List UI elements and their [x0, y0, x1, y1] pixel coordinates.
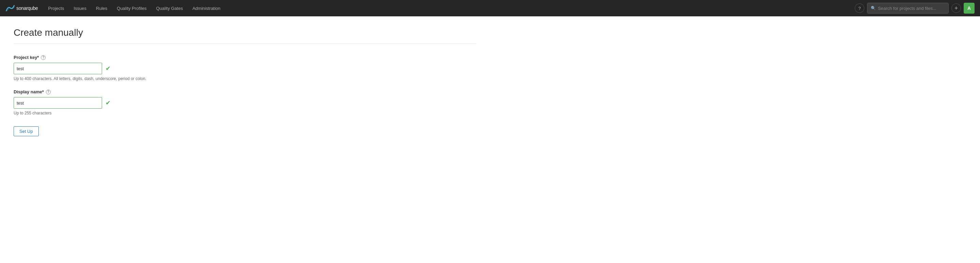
nav-projects[interactable]: Projects — [43, 0, 69, 16]
project-key-valid-icon: ✔︎ — [105, 65, 111, 72]
display-name-valid-icon: ✔︎ — [105, 99, 111, 107]
nav-links: Projects Issues Rules Quality Profiles Q… — [43, 0, 855, 16]
project-key-hint: Up to 400 characters. All letters, digit… — [14, 76, 218, 81]
nav-issues[interactable]: Issues — [69, 0, 91, 16]
search-input[interactable] — [878, 6, 945, 11]
display-name-label-text: Display name* — [14, 89, 44, 94]
display-name-input-row: ✔︎ — [14, 97, 218, 109]
nav-administration[interactable]: Administration — [188, 0, 225, 16]
search-icon: 🔍 — [871, 6, 876, 11]
form-section: Project key* ? ✔︎ Up to 400 characters. … — [14, 55, 218, 136]
logo-text: sonarqube — [16, 5, 38, 11]
sonarqube-logo-icon — [5, 5, 15, 11]
display-name-group: Display name* ? ✔︎ Up to 255 characters — [14, 89, 218, 115]
page-title: Create manually — [14, 27, 476, 38]
project-key-input[interactable] — [14, 63, 102, 74]
brand: sonarqube — [5, 5, 38, 11]
nav-quality-profiles[interactable]: Quality Profiles — [112, 0, 151, 16]
display-name-hint: Up to 255 characters — [14, 111, 218, 115]
project-key-label: Project key* ? — [14, 55, 218, 60]
project-key-label-text: Project key* — [14, 55, 39, 60]
project-key-group: Project key* ? ✔︎ Up to 400 characters. … — [14, 55, 218, 81]
add-button[interactable]: + — [951, 3, 961, 13]
search-box[interactable]: 🔍 — [867, 3, 949, 14]
nav-rules[interactable]: Rules — [91, 0, 112, 16]
display-name-help-icon[interactable]: ? — [46, 89, 51, 94]
help-button[interactable]: ? — [855, 3, 864, 13]
project-key-input-row: ✔︎ — [14, 63, 218, 74]
project-key-help-icon[interactable]: ? — [41, 55, 46, 60]
avatar-button[interactable]: A — [964, 3, 975, 14]
navbar: sonarqube Projects Issues Rules Quality … — [0, 0, 980, 16]
nav-quality-gates[interactable]: Quality Gates — [151, 0, 188, 16]
setup-button[interactable]: Set Up — [14, 126, 39, 136]
display-name-input[interactable] — [14, 97, 102, 109]
main-content: Create manually Project key* ? ✔︎ Up to … — [0, 16, 490, 147]
sonarqube-logo[interactable]: sonarqube — [5, 5, 38, 11]
display-name-label: Display name* ? — [14, 89, 218, 94]
navbar-right: ? 🔍 + A — [855, 3, 975, 14]
